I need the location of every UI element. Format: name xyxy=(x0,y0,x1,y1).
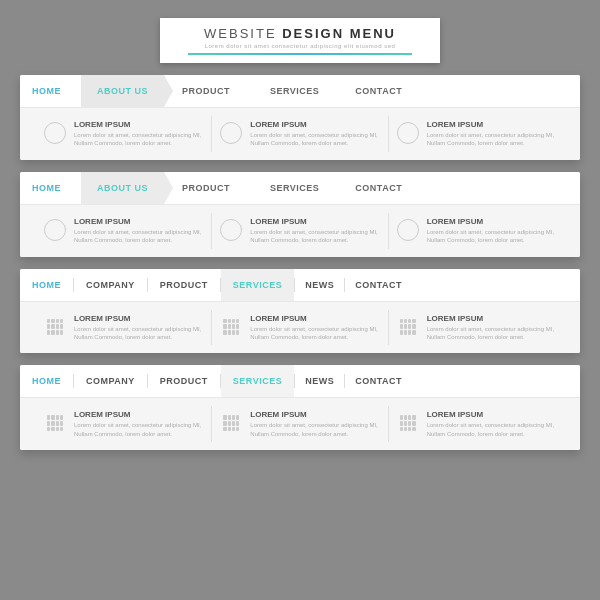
col-text-6: LOREM IPSUM Lorem dolor sit amet, consec… xyxy=(427,217,556,245)
nav-home-3[interactable]: HOME xyxy=(20,269,73,301)
nav-contact-3[interactable]: CONTACT xyxy=(345,269,412,301)
dropdown-col-9: LOREM IPSUM Lorem dolor sit amet, consec… xyxy=(389,310,564,346)
nav-aboutus-1[interactable]: ABOUT US xyxy=(81,75,164,107)
grid-dot xyxy=(232,427,235,432)
divider-2 xyxy=(246,75,254,107)
col-title-3: LOREM IPSUM xyxy=(427,120,556,129)
navbar-2: HOME ABOUT US PRODUCT SERVICES CONTACT L… xyxy=(20,172,580,257)
title-underline xyxy=(188,53,412,55)
col-title-6: LOREM IPSUM xyxy=(427,217,556,226)
dropdown-col-2: LOREM IPSUM Lorem dolor sit amet, consec… xyxy=(212,116,388,152)
nav-news-3[interactable]: NEWS xyxy=(295,269,344,301)
grid-dot xyxy=(56,319,59,324)
grid-dot xyxy=(51,421,54,426)
col-text-12: LOREM IPSUM Lorem dolor sit amet, consec… xyxy=(427,410,556,438)
grid-dot xyxy=(236,421,239,426)
col-text-4: LOREM IPSUM Lorem dolor sit amet, consec… xyxy=(74,217,203,245)
nav-aboutus-2[interactable]: ABOUT US xyxy=(81,172,164,204)
grid-dot xyxy=(232,319,235,324)
nav-home-2[interactable]: HOME xyxy=(20,172,73,204)
nav-home-4[interactable]: HOME xyxy=(20,365,73,397)
col-text-9: LOREM IPSUM Lorem dolor sit amet, consec… xyxy=(427,314,556,342)
col-icon-4 xyxy=(44,219,66,241)
navbar-4-dropdown: LOREM IPSUM Lorem dolor sit amet, consec… xyxy=(20,397,580,450)
nav-company-4[interactable]: COMPANY xyxy=(74,365,147,397)
nav-contact-1[interactable]: CONTACT xyxy=(343,75,414,107)
grid-dot xyxy=(223,324,226,329)
col-desc-8: Lorem dolor sit amet, consectetur adipis… xyxy=(250,325,379,342)
grid-dot xyxy=(47,421,50,426)
col-desc-10: Lorem dolor sit amet, consectetur adipis… xyxy=(74,421,203,438)
dropdown-col-3: LOREM IPSUM Lorem dolor sit amet, consec… xyxy=(389,116,564,152)
title-subtitle: Lorem dolor sit amet consectetur adipisc… xyxy=(188,43,412,49)
navbar-1-bar: HOME ABOUT US PRODUCT SERVICES CONTACT xyxy=(20,75,580,107)
grid-dot xyxy=(228,330,231,335)
grid-dot xyxy=(404,415,407,420)
divider-1 xyxy=(73,75,81,107)
grid-dot xyxy=(404,330,407,335)
col-icon-3 xyxy=(397,122,419,144)
grid-dot xyxy=(412,330,415,335)
nav-services-2[interactable]: SERVICES xyxy=(254,172,335,204)
navbar-4-bar: HOME COMPANY PRODUCT SERVICES NEWS CONTA… xyxy=(20,365,580,397)
col-icon-5 xyxy=(220,219,242,241)
title-card: WEBSITE DESIGN MENU Lorem dolor sit amet… xyxy=(160,18,440,63)
grid-dot xyxy=(408,330,411,335)
grid-dot xyxy=(400,427,403,432)
nav-contact-2[interactable]: CONTACT xyxy=(343,172,414,204)
grid-dot xyxy=(400,415,403,420)
grid-dot xyxy=(412,421,415,426)
col-text-2: LOREM IPSUM Lorem dolor sit amet, consec… xyxy=(250,120,379,148)
grid-dot xyxy=(404,421,407,426)
navbar-2-dropdown: LOREM IPSUM Lorem dolor sit amet, consec… xyxy=(20,204,580,257)
dropdown-col-1: LOREM IPSUM Lorem dolor sit amet, consec… xyxy=(36,116,212,152)
grid-dot xyxy=(56,421,59,426)
col-desc-2: Lorem dolor sit amet, consectetur adipis… xyxy=(250,131,379,148)
grid-dot xyxy=(223,330,226,335)
nav-news-4[interactable]: NEWS xyxy=(295,365,344,397)
grid-dot xyxy=(236,415,239,420)
col-title-5: LOREM IPSUM xyxy=(250,217,379,226)
grid-dot xyxy=(60,427,63,432)
grid-dot xyxy=(404,427,407,432)
grid-dot xyxy=(56,415,59,420)
navbar-4: HOME COMPANY PRODUCT SERVICES NEWS CONTA… xyxy=(20,365,580,450)
col-icon-12 xyxy=(397,412,419,434)
grid-dot xyxy=(47,330,50,335)
grid-dot xyxy=(51,324,54,329)
divider-3 xyxy=(335,75,343,107)
divider-5 xyxy=(246,172,254,204)
grid-dot xyxy=(60,319,63,324)
nav-services-1[interactable]: SERVICES xyxy=(254,75,335,107)
col-title-12: LOREM IPSUM xyxy=(427,410,556,419)
col-desc-11: Lorem dolor sit amet, consectetur adipis… xyxy=(250,421,379,438)
col-text-10: LOREM IPSUM Lorem dolor sit amet, consec… xyxy=(74,410,203,438)
nav-services-3[interactable]: SERVICES xyxy=(221,269,294,301)
nav-product-4[interactable]: PRODUCT xyxy=(148,365,220,397)
grid-dot xyxy=(228,324,231,329)
nav-product-2[interactable]: PRODUCT xyxy=(166,172,246,204)
grid-dot xyxy=(223,421,226,426)
grid-dot xyxy=(408,421,411,426)
col-text-7: LOREM IPSUM Lorem dolor sit amet, consec… xyxy=(74,314,203,342)
nav-home-1[interactable]: HOME xyxy=(20,75,73,107)
grid-dot xyxy=(56,330,59,335)
col-icon-1 xyxy=(44,122,66,144)
nav-contact-4[interactable]: CONTACT xyxy=(345,365,412,397)
dropdown-col-10: LOREM IPSUM Lorem dolor sit amet, consec… xyxy=(36,406,212,442)
nav-product-1[interactable]: PRODUCT xyxy=(166,75,246,107)
col-text-8: LOREM IPSUM Lorem dolor sit amet, consec… xyxy=(250,314,379,342)
nav-services-4[interactable]: SERVICES xyxy=(221,365,294,397)
chevron-1 xyxy=(164,75,173,107)
grid-dot xyxy=(412,319,415,324)
grid-dot xyxy=(60,421,63,426)
divider-4 xyxy=(73,172,81,204)
grid-dot xyxy=(228,415,231,420)
col-title-9: LOREM IPSUM xyxy=(427,314,556,323)
dropdown-col-8: LOREM IPSUM Lorem dolor sit amet, consec… xyxy=(212,310,388,346)
col-title-11: LOREM IPSUM xyxy=(250,410,379,419)
nav-company-3[interactable]: COMPANY xyxy=(74,269,147,301)
nav-product-3[interactable]: PRODUCT xyxy=(148,269,220,301)
grid-dot xyxy=(223,427,226,432)
grid-dot xyxy=(232,324,235,329)
